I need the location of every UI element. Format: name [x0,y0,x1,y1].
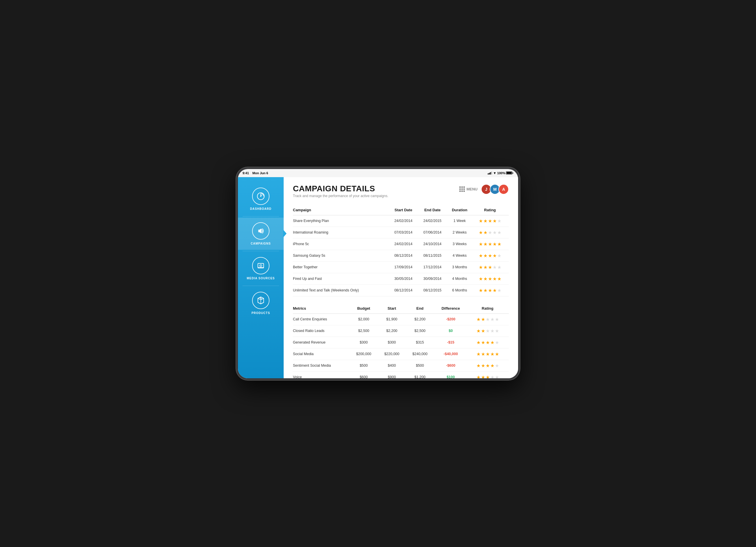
star-3: ★ [486,317,490,322]
campaign-rating: ★★★★★ [474,273,509,284]
campaign-name: Unlimited Text and Talk (Weekends Only) [293,284,390,296]
star-1: ★ [476,317,480,322]
media-sources-label: MEDIA SOURCES [247,277,275,280]
metric-difference: -$15 [435,337,469,348]
star-1: ★ [479,218,483,224]
star-1: ★ [479,276,483,282]
star-5: ★ [497,241,501,247]
star-5: ★ [495,363,499,368]
metric-difference: -$40,000 [435,348,469,360]
campaign-rating: ★★★★★ [474,215,509,227]
star-1: ★ [476,340,480,345]
metric-budget: $500 [351,360,379,371]
col-rating-metrics: Rating [469,303,509,314]
battery-indicator: 100% [497,171,512,175]
metric-start: $1,900 [379,313,407,325]
campaigns-icon [256,226,265,236]
campaign-end: 30/09/2014 [419,273,448,284]
star-2: ★ [483,253,487,258]
sidebar: DASHBOARD CAMPAIGNS [238,177,284,378]
campaign-rating: ★★★★★ [474,227,509,238]
star-3: ★ [488,230,492,235]
star-2: ★ [483,265,487,270]
star-3: ★ [486,351,490,357]
metric-start: $220,000 [379,348,407,360]
media-sources-icon [256,261,265,270]
campaigns-table: Campaign Start Date End Date Duration Ra… [293,205,509,296]
metrics-row: Call Centre Enquiries $2,000 $1,900 $2,2… [293,313,509,325]
metric-rating: ★★★★★ [469,313,509,325]
metric-rating: ★★★★★ [469,325,509,337]
campaign-start: 08/12/2014 [390,250,419,261]
campaign-start: 24/02/2014 [390,238,419,250]
products-icon [256,296,265,305]
star-1: ★ [476,375,480,378]
metric-rating: ★★★★★ [469,337,509,348]
metric-start: $2,200 [379,325,407,337]
star-1: ★ [479,288,483,293]
products-icon-circle [252,292,269,309]
campaign-row: Better Together 17/09/2014 17/12/2014 3 … [293,261,509,273]
campaign-name: International Roaming [293,227,390,238]
metric-start: $900 [379,371,407,378]
sidebar-item-campaigns[interactable]: CAMPAIGNS [238,218,284,250]
avatars-group: J M A [481,184,509,194]
col-start-date: Start Date [390,205,419,215]
avatar-3: A [498,184,509,194]
page-subtitle: Track and manage the performance of your… [293,194,388,198]
campaign-duration: 3 Weeks [448,238,473,250]
star-5: ★ [497,276,501,282]
status-bar: 9:41 Mon Jun 6 ▾ 100% [238,169,518,177]
metric-end: $1,200 [407,371,435,378]
star-4: ★ [490,328,494,334]
star-2: ★ [481,351,485,357]
metric-difference: -$200 [435,313,469,325]
battery-icon [506,171,512,175]
campaign-end: 17/12/2014 [419,261,448,273]
wifi-icon: ▾ [494,171,496,175]
metric-start: $300 [379,337,407,348]
campaign-row: iPhone 5c 24/02/2014 24/10/2014 3 Weeks … [293,238,509,250]
header-left: CAMPAIGN DETAILS Track and manage the pe… [293,184,388,198]
sidebar-item-media-sources[interactable]: MEDIA SOURCES [238,252,284,284]
metrics-row: Social Media $200,000 $220,000 $240,000 … [293,348,509,360]
star-2: ★ [483,276,487,282]
sidebar-item-dashboard[interactable]: DASHBOARD [238,183,284,215]
campaign-end: 07/06/2014 [419,227,448,238]
metric-start: $400 [379,360,407,371]
metric-name: Voice [293,371,351,378]
star-1: ★ [476,328,480,334]
campaign-name: Share Everything Plan [293,215,390,227]
metric-name: Call Centre Enquiries [293,313,351,325]
star-5: ★ [495,328,499,334]
status-left: 9:41 Mon Jun 6 [243,171,268,175]
metric-end: $500 [407,360,435,371]
col-duration: Duration [448,205,473,215]
campaign-row: Unlimited Text and Talk (Weekends Only) … [293,284,509,296]
metric-end: $315 [407,337,435,348]
campaign-rating: ★★★★★ [474,238,509,250]
star-1: ★ [476,351,480,357]
metric-rating: ★★★★★ [469,360,509,371]
star-2: ★ [483,288,487,293]
star-3: ★ [488,288,492,293]
sidebar-item-products[interactable]: PRODUCTS [238,287,284,319]
campaign-start: 08/12/2014 [390,284,419,296]
metric-name: Closed Ratio Leads [293,325,351,337]
campaign-start: 30/05/2014 [390,273,419,284]
metrics-table: Metrics Budget Start End Difference Rati… [293,303,509,378]
star-4: ★ [493,253,497,258]
metric-budget: $300 [351,337,379,348]
metric-budget: $200,000 [351,348,379,360]
star-3: ★ [486,340,490,345]
star-3: ★ [488,218,492,224]
menu-button[interactable]: MENU [459,186,478,192]
dashboard-label: DASHBOARD [250,207,271,210]
campaign-row: Share Everything Plan 24/02/2014 24/02/2… [293,215,509,227]
metric-end: $2,200 [407,313,435,325]
col-difference: Difference [435,303,469,314]
star-4: ★ [493,276,497,282]
campaigns-active-chevron [283,230,287,238]
page-title: CAMPAIGN DETAILS [293,184,388,193]
star-5: ★ [495,375,499,378]
